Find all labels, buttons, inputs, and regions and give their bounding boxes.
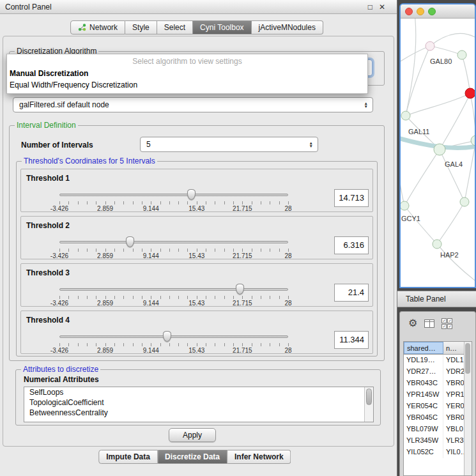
dropdown-option-equal-width-frequency[interactable]: Equal Width/Frequency Discretization [7, 79, 367, 91]
control-panel-titlebar: Control Panel □ ✕ [0, 0, 397, 14]
table-cell[interactable]: YBR043C [404, 378, 443, 389]
table-row[interactable]: YPR145WYPR1… [404, 389, 472, 401]
slider-track[interactable] [59, 288, 288, 291]
network-node[interactable] [457, 50, 466, 59]
slider-ticks [59, 249, 289, 252]
table-scrollbar[interactable] [464, 342, 472, 475]
threshold-slider[interactable] [59, 284, 288, 295]
tab-infer-network[interactable]: Infer Network [227, 450, 291, 464]
threshold-value-field[interactable]: 11.344 [334, 331, 369, 349]
tab-discretize-data[interactable]: Discretize Data [158, 450, 227, 464]
float-window-icon[interactable]: □ [368, 3, 372, 12]
table-row[interactable]: YDL19…YDL1… [404, 355, 472, 366]
table-row[interactable]: YIL052CYIL0… [404, 447, 472, 458]
slider-track[interactable] [59, 194, 288, 196]
network-node[interactable] [434, 144, 445, 155]
table-row[interactable]: YBR045CYBR0… [404, 412, 472, 424]
network-canvas[interactable]: GAL80GAL11GAL4GCY1HAP2 [401, 19, 475, 287]
table-row[interactable]: YER054CYER0… [404, 401, 472, 412]
network-node[interactable] [401, 111, 410, 120]
slider-scale-label: 9.144 [143, 300, 159, 307]
attribute-list-item[interactable]: BetweennessCentrality [24, 408, 373, 418]
table-cell[interactable]: YBR045C [404, 412, 443, 424]
table-data-value: galFiltered.sif default node [19, 100, 109, 109]
slider-scale-label: -3.426 [50, 347, 68, 354]
close-icon[interactable]: ✕ [379, 3, 385, 12]
table-cell[interactable]: YDR27… [404, 366, 443, 378]
minimize-traffic-light-icon[interactable] [417, 8, 424, 15]
network-node[interactable] [426, 42, 434, 50]
network-node[interactable] [471, 135, 475, 146]
select-columns-icon[interactable] [441, 318, 452, 329]
table-cell[interactable]: YLR345W [404, 435, 443, 447]
table-cell[interactable]: YPR145W [404, 389, 443, 401]
threshold-slider[interactable] [59, 236, 288, 247]
network-node[interactable] [460, 197, 469, 206]
slider-scale-label: 21.715 [233, 300, 252, 307]
network-node-label: GAL80 [430, 58, 452, 65]
tab-select[interactable]: Select [157, 20, 193, 35]
network-window-titlebar[interactable] [401, 4, 475, 19]
tab-jactivemnodules[interactable]: jActiveMNodules [252, 20, 323, 35]
tab-label: jActiveMNodules [259, 23, 316, 32]
attribute-list-item[interactable]: SelfLoops [24, 387, 373, 397]
slider-ticks [59, 296, 289, 299]
slider-thumb[interactable] [126, 236, 134, 247]
attributes-scrollbar[interactable] [364, 387, 373, 422]
threshold-slider[interactable] [59, 189, 288, 200]
slider-thumb[interactable] [236, 284, 244, 295]
threshold-value-field[interactable]: 14.713 [334, 189, 369, 207]
scrollbar-thumb[interactable] [465, 343, 470, 374]
tab-network[interactable]: Network [70, 20, 125, 35]
network-node[interactable] [401, 201, 409, 210]
gear-icon[interactable]: ⚙ [408, 318, 417, 328]
tab-cyni-toolbox[interactable]: Cyni Toolbox [193, 20, 251, 35]
network-node-label: GAL4 [445, 160, 463, 168]
tab-label: Impute Data [106, 452, 150, 461]
table-cell[interactable]: YBL079W [404, 424, 443, 435]
slider-scale-label: 21.715 [233, 205, 252, 212]
tab-style[interactable]: Style [125, 20, 157, 35]
slider-track[interactable] [59, 335, 288, 338]
network-edge [430, 46, 462, 55]
network-edge [437, 244, 475, 284]
slider-scale-label: 28 [284, 300, 291, 307]
columns-icon[interactable] [424, 319, 434, 328]
table-cell[interactable]: YDL19… [404, 355, 443, 366]
slider-thumb[interactable] [163, 331, 171, 342]
tab-label: Network [89, 23, 118, 32]
network-node-label: GCY1 [401, 215, 420, 222]
table-toolbar: ⚙ [400, 314, 475, 332]
network-node[interactable] [465, 88, 475, 98]
number-of-intervals-combobox[interactable]: 5 ▲ ▼ [140, 137, 318, 152]
close-traffic-light-icon[interactable] [405, 8, 413, 15]
table-row[interactable]: YLR345WYLR3… [404, 435, 472, 447]
table-row[interactable]: YDR27…YDR2… [404, 366, 472, 378]
column-header-shared-name[interactable]: shared… [404, 342, 443, 354]
threshold-2-panel: Threshold 2 -3.4262.8599.14415.4321.7152… [20, 216, 373, 259]
threshold-value-field[interactable]: 21.4 [334, 284, 369, 302]
table-data-combobox[interactable]: galFiltered.sif default node ▲ ▼ [13, 97, 373, 112]
network-edge [401, 154, 404, 206]
table-row[interactable]: YBL079WYBL0… [404, 424, 472, 435]
slider-track[interactable] [59, 241, 288, 243]
slider-thumb[interactable] [187, 189, 196, 200]
threshold-slider[interactable] [59, 331, 288, 342]
network-node[interactable] [433, 240, 441, 249]
scrollbar-thumb[interactable] [366, 388, 372, 405]
slider-scale-label: 2.859 [97, 347, 113, 354]
apply-button[interactable]: Apply [169, 428, 216, 442]
zoom-traffic-light-icon[interactable] [428, 8, 436, 15]
numerical-attributes-list[interactable]: SelfLoopsTopologicalCoefficientBetweenne… [24, 387, 374, 422]
tab-impute-data[interactable]: Impute Data [98, 450, 158, 464]
threshold-3-panel: Threshold 3 -3.4262.8599.14415.4321.7152… [20, 263, 373, 307]
desktop: Control Panel □ ✕ Network Style Select C… [0, 0, 476, 476]
window-controls: □ ✕ [368, 3, 385, 12]
table-row[interactable]: YBR043CYBR0… [404, 378, 472, 389]
attributes-group-title: Attributes to discretize [21, 365, 100, 374]
table-cell[interactable]: YER054C [404, 401, 443, 412]
threshold-value-field[interactable]: 6.316 [334, 236, 369, 254]
attribute-list-item[interactable]: TopologicalCoefficient [24, 397, 373, 408]
table-cell[interactable]: YIL052C [404, 447, 443, 458]
dropdown-option-manual-discretization[interactable]: Manual Discretization [7, 68, 367, 79]
